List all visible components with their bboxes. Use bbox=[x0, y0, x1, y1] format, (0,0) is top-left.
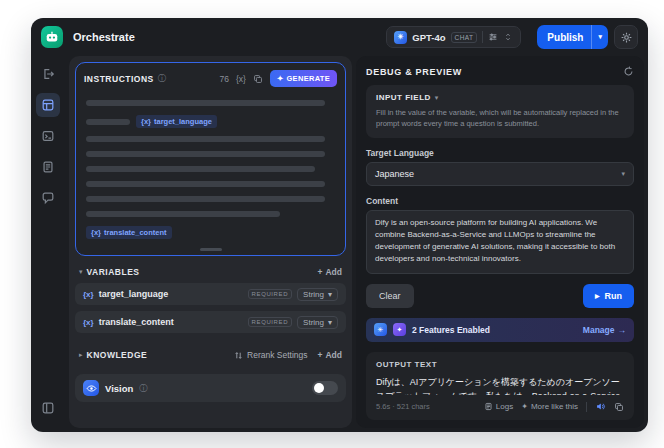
features-enabled-text: 2 Features Enabled bbox=[412, 325, 490, 335]
model-selector[interactable]: ✳ GPT-4o CHAT bbox=[386, 26, 521, 48]
variable-type-value: String bbox=[303, 290, 324, 299]
add-variable-button[interactable]: + Add bbox=[318, 267, 343, 277]
plus-icon: + bbox=[318, 350, 323, 360]
add-knowledge-button[interactable]: + Add bbox=[318, 350, 343, 360]
chevron-right-icon[interactable]: ▸ bbox=[79, 351, 83, 359]
chevron-down-icon[interactable]: ▾ bbox=[592, 25, 608, 49]
prompt-text-skeleton bbox=[86, 119, 130, 125]
variable-icon: {x} bbox=[83, 290, 94, 299]
run-button-row: Clear ▶ Run bbox=[366, 284, 634, 308]
model-name: GPT-4o bbox=[412, 32, 445, 43]
variable-icon: {x} bbox=[83, 318, 94, 327]
play-icon: ▶ bbox=[595, 292, 600, 299]
variable-type-value: String bbox=[303, 318, 324, 327]
info-icon: ⓘ bbox=[158, 73, 166, 84]
output-footer: 5.6s · 521 chars Logs ✦ More like this bbox=[376, 395, 624, 412]
divider bbox=[482, 31, 483, 43]
inline-variable-name: translate_content bbox=[104, 228, 167, 237]
output-text: Difyは、AIアプリケーションを構築するためのオープンソースプラットフォームで… bbox=[376, 375, 624, 396]
sparkle-icon: ✦ bbox=[277, 74, 284, 83]
required-badge: REQUIRED bbox=[248, 289, 292, 299]
info-icon: ⓘ bbox=[139, 383, 147, 394]
chevron-down-icon: ▾ bbox=[328, 318, 332, 327]
variable-icon: {x} bbox=[141, 117, 151, 126]
feature-model-icon: ✳ bbox=[374, 323, 387, 336]
instructions-title: INSTRUCTIONS bbox=[84, 74, 154, 84]
variable-icon[interactable]: {x} bbox=[236, 74, 246, 84]
chevron-down-icon: ▾ bbox=[435, 94, 439, 102]
target-language-select[interactable]: Japanese ▾ bbox=[366, 162, 634, 186]
publish-button[interactable]: Publish ▾ bbox=[537, 25, 608, 49]
orchestrate-icon bbox=[41, 98, 55, 112]
required-badge: REQUIRED bbox=[248, 317, 292, 327]
text-to-speech-button[interactable] bbox=[595, 401, 606, 412]
clear-button[interactable]: Clear bbox=[366, 284, 414, 308]
vision-icon bbox=[83, 380, 99, 396]
variable-type-select[interactable]: String ▾ bbox=[297, 288, 338, 301]
variables-title: VARIABLES bbox=[87, 267, 140, 277]
app-window: Orchestrate ✳ GPT-4o CHAT bbox=[31, 18, 648, 432]
more-like-this-button[interactable]: ✦ More like this bbox=[521, 402, 578, 411]
sidebar-item-annotation[interactable] bbox=[36, 186, 60, 210]
output-title: OUTPUT TEXT bbox=[376, 360, 624, 369]
copy-icon bbox=[614, 402, 624, 412]
inline-variable-chip[interactable]: {x} target_language bbox=[136, 115, 217, 128]
run-button[interactable]: ▶ Run bbox=[583, 284, 634, 308]
content-textarea[interactable]: Dify is an open-source platform for buil… bbox=[366, 210, 634, 274]
sidebar-item-panel-toggle[interactable] bbox=[36, 396, 60, 420]
variable-row[interactable]: {x} target_language REQUIRED String ▾ bbox=[75, 283, 346, 305]
terminal-icon bbox=[41, 129, 55, 143]
instructions-header: INSTRUCTIONS ⓘ 76 {x} ✦ GENERATE bbox=[76, 63, 345, 92]
copy-icon[interactable] bbox=[253, 74, 263, 84]
inline-variable-chip[interactable]: {x} translate_content bbox=[86, 226, 172, 239]
restart-button[interactable] bbox=[623, 66, 634, 77]
vision-toggle[interactable] bbox=[312, 381, 338, 395]
prompt-text-skeleton bbox=[86, 151, 325, 157]
instructions-editor[interactable]: INSTRUCTIONS ⓘ 76 {x} ✦ GENERATE bbox=[75, 62, 346, 256]
input-field-header[interactable]: INPUT FIELD ▾ bbox=[376, 93, 624, 102]
variable-icon: {x} bbox=[91, 228, 101, 237]
sidebar-item-orchestrate[interactable] bbox=[36, 93, 60, 117]
speaker-icon bbox=[595, 401, 606, 412]
sidebar-item-logs[interactable] bbox=[36, 155, 60, 179]
instructions-toolbar: 76 {x} ✦ GENERATE bbox=[219, 70, 337, 87]
refresh-icon bbox=[623, 66, 634, 77]
desktop-background: Orchestrate ✳ GPT-4o CHAT bbox=[0, 0, 664, 448]
model-mode-badge: CHAT bbox=[451, 32, 478, 43]
page-title: Orchestrate bbox=[73, 31, 135, 43]
expand-icon[interactable] bbox=[503, 32, 513, 42]
rerank-settings-button[interactable]: Rerank Settings bbox=[234, 350, 307, 360]
plus-icon: + bbox=[318, 267, 323, 277]
inline-variable-name: target_language bbox=[154, 117, 212, 126]
variable-name: translate_content bbox=[99, 317, 174, 327]
manage-features-button[interactable]: Manage → bbox=[583, 325, 626, 335]
sidebar-item-api[interactable] bbox=[36, 124, 60, 148]
sidebar-item-exit[interactable] bbox=[36, 62, 60, 86]
variable-type-select[interactable]: String ▾ bbox=[297, 316, 338, 329]
manage-label: Manage bbox=[583, 325, 615, 335]
char-count: 76 bbox=[219, 74, 228, 84]
input-field-description: Fill in the value of the variable, which… bbox=[376, 107, 624, 130]
prompt-text-skeleton bbox=[86, 181, 325, 187]
logs-icon bbox=[484, 402, 493, 411]
output-meta: 5.6s · 521 chars bbox=[376, 402, 430, 411]
variable-row[interactable]: {x} translate_content REQUIRED String ▾ bbox=[75, 311, 346, 333]
app-logo[interactable] bbox=[41, 26, 63, 48]
logs-button[interactable]: Logs bbox=[484, 402, 513, 411]
feature-vision-icon: ✦ bbox=[393, 323, 406, 336]
annotation-icon bbox=[41, 191, 55, 205]
sliders-icon[interactable] bbox=[488, 32, 498, 42]
resize-handle[interactable] bbox=[200, 248, 222, 251]
copy-output-button[interactable] bbox=[614, 402, 624, 412]
instructions-content: {x} target_language {x} bbox=[76, 92, 345, 255]
settings-button[interactable] bbox=[614, 25, 638, 49]
prompt-text-row: {x} target_language bbox=[86, 115, 335, 128]
generate-button[interactable]: ✦ GENERATE bbox=[270, 70, 337, 87]
chevron-down-icon[interactable]: ▾ bbox=[79, 268, 83, 276]
publish-group: Publish ▾ bbox=[537, 25, 638, 49]
orchestrate-panel: INSTRUCTIONS ⓘ 76 {x} ✦ GENERATE bbox=[69, 56, 352, 428]
logs-label: Logs bbox=[496, 402, 513, 411]
prompt-text-row: {x} translate_content bbox=[86, 226, 335, 239]
variables-actions: + Add bbox=[318, 267, 343, 277]
knowledge-title: KNOWLEDGE bbox=[87, 350, 148, 360]
